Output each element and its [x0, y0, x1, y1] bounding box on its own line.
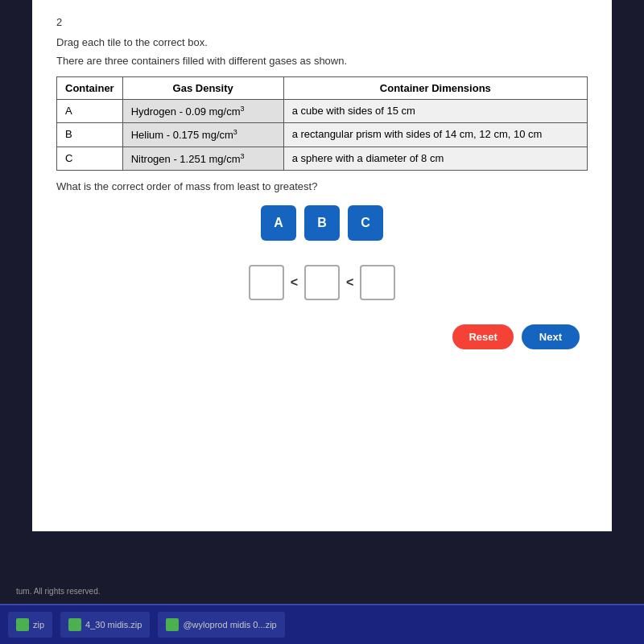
tile-b[interactable]: B — [304, 205, 340, 241]
drop-box-3[interactable] — [360, 265, 395, 300]
next-button[interactable]: Next — [522, 324, 580, 349]
container-c-dimensions: a sphere with a diameter of 8 cm — [283, 147, 587, 170]
taskbar-item-wyloprod[interactable]: @wyloprod midis 0...zip — [158, 612, 284, 638]
container-b-gas: Helium - 0.175 mg/cm3 — [122, 123, 283, 147]
taskbar-label-wyloprod: @wyloprod midis 0...zip — [183, 620, 276, 630]
taskbar-label-zip: zip — [33, 620, 44, 630]
container-b-label: B — [57, 123, 123, 147]
gas-data-table: Container Gas Density Container Dimensio… — [56, 76, 588, 171]
buttons-area: Reset Next — [56, 324, 588, 349]
dropzone-area: < < — [56, 265, 588, 300]
container-b-dimensions: a rectangular prism with sides of 14 cm,… — [283, 123, 587, 147]
tile-a[interactable]: A — [261, 205, 296, 241]
question-number: 2 — [56, 16, 588, 28]
drop-box-1[interactable] — [249, 265, 284, 300]
zip-icon — [16, 618, 29, 631]
reset-button[interactable]: Reset — [452, 324, 513, 349]
container-a-label: A — [57, 100, 123, 123]
drop-box-2[interactable] — [304, 265, 340, 300]
container-c-label: C — [57, 147, 123, 170]
copyright-text: tum. All rights reserved. — [16, 587, 100, 596]
col-header-dimensions: Container Dimensions — [283, 77, 587, 100]
less-than-1: < — [291, 275, 298, 290]
table-row: C Nitrogen - 1.251 mg/cm3 a sphere with … — [57, 147, 588, 170]
container-a-dimensions: a cube with sides of 15 cm — [283, 100, 587, 123]
taskbar-label-midis: 4_30 midis.zip — [85, 620, 142, 630]
tiles-area: A B C — [56, 205, 588, 241]
container-c-gas: Nitrogen - 1.251 mg/cm3 — [122, 147, 283, 170]
col-header-container: Container — [57, 77, 123, 100]
col-header-gas-density: Gas Density — [122, 77, 283, 100]
taskbar-item-midis[interactable]: 4_30 midis.zip — [60, 612, 150, 638]
taskbar: zip 4_30 midis.zip @wyloprod midis 0...z… — [0, 604, 644, 644]
tile-c[interactable]: C — [348, 205, 383, 241]
wyloprod-icon — [166, 618, 179, 631]
table-row: B Helium - 0.175 mg/cm3 a rectangular pr… — [57, 123, 588, 147]
less-than-2: < — [346, 275, 353, 290]
table-row: A Hydrogen - 0.09 mg/cm3 a cube with sid… — [57, 100, 588, 123]
page-content: 2 Drag each tile to the correct box. The… — [32, 0, 612, 531]
sub-instruction-text: There are three containers filled with d… — [56, 55, 588, 67]
container-a-gas: Hydrogen - 0.09 mg/cm3 — [122, 100, 283, 123]
instruction-text: Drag each tile to the correct box. — [56, 36, 588, 48]
taskbar-item-zip[interactable]: zip — [8, 612, 52, 638]
question-text: What is the correct order of mass from l… — [56, 180, 588, 192]
midis-icon — [68, 618, 81, 631]
